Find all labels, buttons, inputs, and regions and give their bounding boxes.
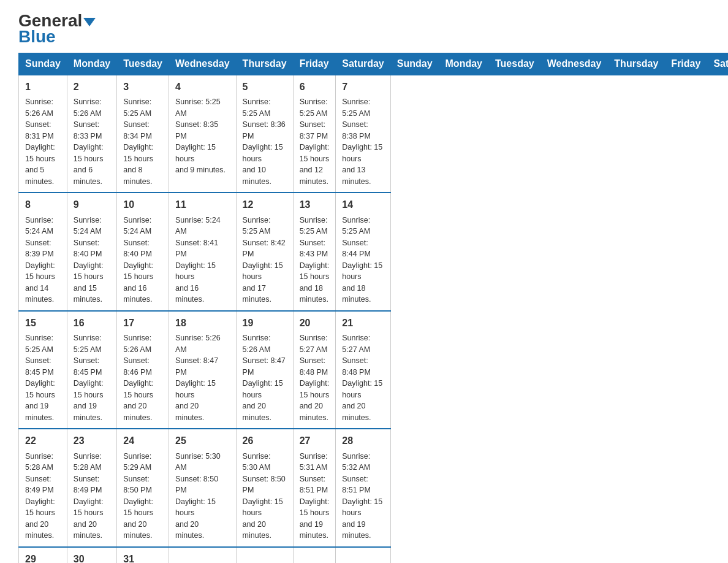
- calendar-cell: 13 Sunrise: 5:25 AMSunset: 8:43 PMDaylig…: [293, 193, 336, 310]
- day-number: 30: [74, 553, 110, 563]
- calendar-cell: 11 Sunrise: 5:24 AMSunset: 8:41 PMDaylig…: [169, 193, 236, 310]
- day-info: Sunrise: 5:25 AMSunset: 8:43 PMDaylight:…: [300, 216, 330, 304]
- day-info: Sunrise: 5:30 AMSunset: 8:50 PMDaylight:…: [243, 452, 286, 540]
- day-info: Sunrise: 5:25 AMSunset: 8:44 PMDaylight:…: [342, 216, 382, 304]
- calendar-cell: 7 Sunrise: 5:25 AMSunset: 8:38 PMDayligh…: [336, 75, 390, 193]
- calendar-cell: 20 Sunrise: 5:27 AMSunset: 8:48 PMDaylig…: [293, 311, 336, 429]
- calendar-header-row: SundayMondayTuesdayWednesdayThursdayFrid…: [19, 53, 729, 75]
- day-info: Sunrise: 5:26 AMSunset: 8:47 PMDaylight:…: [243, 334, 286, 422]
- col-header-monday: Monday: [439, 53, 488, 75]
- calendar-cell: 17 Sunrise: 5:26 AMSunset: 8:46 PMDaylig…: [117, 311, 169, 429]
- day-number: 28: [342, 434, 384, 448]
- calendar-cell: 21 Sunrise: 5:27 AMSunset: 8:48 PMDaylig…: [336, 311, 390, 429]
- day-number: 20: [300, 316, 330, 330]
- calendar-week-4: 22 Sunrise: 5:28 AMSunset: 8:49 PMDaylig…: [19, 429, 729, 546]
- calendar-cell: 1 Sunrise: 5:26 AMSunset: 8:31 PMDayligh…: [19, 75, 67, 193]
- calendar-cell: [169, 547, 236, 563]
- calendar-cell: 24 Sunrise: 5:29 AMSunset: 8:50 PMDaylig…: [117, 429, 169, 546]
- day-number: 18: [175, 316, 230, 330]
- calendar-cell: 14 Sunrise: 5:25 AMSunset: 8:44 PMDaylig…: [336, 193, 390, 310]
- day-info: Sunrise: 5:28 AMSunset: 8:49 PMDaylight:…: [74, 452, 104, 540]
- col-header-wednesday: Wednesday: [169, 53, 236, 75]
- calendar-cell: 31 Sunrise: 5:34 AMSunset: 8:51 PMDaylig…: [117, 547, 169, 563]
- page-header: General Blue: [18, 12, 710, 47]
- day-number: 16: [74, 316, 110, 330]
- col-header-thursday: Thursday: [236, 53, 293, 75]
- day-info: Sunrise: 5:25 AMSunset: 8:45 PMDaylight:…: [74, 334, 104, 422]
- day-number: 27: [300, 434, 330, 448]
- day-number: 21: [342, 316, 384, 330]
- day-number: 29: [25, 553, 61, 563]
- day-info: Sunrise: 5:25 AMSunset: 8:36 PMDaylight:…: [243, 98, 286, 186]
- col-header-saturday: Saturday: [336, 53, 390, 75]
- day-info: Sunrise: 5:25 AMSunset: 8:42 PMDaylight:…: [243, 216, 286, 304]
- day-info: Sunrise: 5:28 AMSunset: 8:49 PMDaylight:…: [25, 452, 55, 540]
- day-info: Sunrise: 5:26 AMSunset: 8:46 PMDaylight:…: [123, 334, 153, 422]
- day-number: 23: [74, 434, 110, 448]
- calendar-cell: 25 Sunrise: 5:30 AMSunset: 8:50 PMDaylig…: [169, 429, 236, 546]
- day-number: 17: [123, 316, 162, 330]
- day-info: Sunrise: 5:24 AMSunset: 8:40 PMDaylight:…: [123, 216, 153, 304]
- day-number: 19: [243, 316, 287, 330]
- col-header-sunday: Sunday: [19, 53, 67, 75]
- calendar-cell: 30 Sunrise: 5:33 AMSunset: 8:51 PMDaylig…: [67, 547, 116, 563]
- day-info: Sunrise: 5:24 AMSunset: 8:39 PMDaylight:…: [25, 216, 55, 304]
- day-info: Sunrise: 5:24 AMSunset: 8:40 PMDaylight:…: [74, 216, 104, 304]
- day-info: Sunrise: 5:26 AMSunset: 8:33 PMDaylight:…: [74, 98, 104, 186]
- day-number: 15: [25, 316, 61, 330]
- calendar-week-5: 29 Sunrise: 5:32 AMSunset: 8:51 PMDaylig…: [19, 547, 729, 563]
- calendar-cell: 26 Sunrise: 5:30 AMSunset: 8:50 PMDaylig…: [236, 429, 293, 546]
- day-number: 7: [342, 80, 384, 94]
- calendar-cell: 15 Sunrise: 5:25 AMSunset: 8:45 PMDaylig…: [19, 311, 67, 429]
- calendar-cell: 18 Sunrise: 5:26 AMSunset: 8:47 PMDaylig…: [169, 311, 236, 429]
- day-number: 10: [123, 198, 162, 212]
- day-number: 12: [243, 198, 287, 212]
- day-number: 24: [123, 434, 162, 448]
- day-number: 11: [175, 198, 230, 212]
- day-number: 1: [25, 80, 61, 94]
- calendar-cell: 4 Sunrise: 5:25 AMSunset: 8:35 PMDayligh…: [169, 75, 236, 193]
- calendar-cell: 9 Sunrise: 5:24 AMSunset: 8:40 PMDayligh…: [67, 193, 116, 310]
- col-header-tuesday: Tuesday: [488, 53, 540, 75]
- calendar-cell: 23 Sunrise: 5:28 AMSunset: 8:49 PMDaylig…: [67, 429, 116, 546]
- day-info: Sunrise: 5:29 AMSunset: 8:50 PMDaylight:…: [123, 452, 153, 540]
- day-info: Sunrise: 5:24 AMSunset: 8:41 PMDaylight:…: [175, 216, 221, 304]
- day-number: 26: [243, 434, 287, 448]
- calendar-cell: 19 Sunrise: 5:26 AMSunset: 8:47 PMDaylig…: [236, 311, 293, 429]
- calendar-cell: 12 Sunrise: 5:25 AMSunset: 8:42 PMDaylig…: [236, 193, 293, 310]
- day-info: Sunrise: 5:27 AMSunset: 8:48 PMDaylight:…: [300, 334, 330, 422]
- calendar-cell: 16 Sunrise: 5:25 AMSunset: 8:45 PMDaylig…: [67, 311, 116, 429]
- day-info: Sunrise: 5:27 AMSunset: 8:48 PMDaylight:…: [342, 334, 382, 422]
- col-header-saturday: Saturday: [707, 53, 728, 75]
- day-number: 4: [175, 80, 230, 94]
- calendar-cell: 10 Sunrise: 5:24 AMSunset: 8:40 PMDaylig…: [117, 193, 169, 310]
- day-info: Sunrise: 5:26 AMSunset: 8:47 PMDaylight:…: [175, 334, 221, 422]
- day-number: 2: [74, 80, 110, 94]
- day-info: Sunrise: 5:25 AMSunset: 8:45 PMDaylight:…: [25, 334, 55, 422]
- col-header-wednesday: Wednesday: [540, 53, 608, 75]
- calendar-cell: 29 Sunrise: 5:32 AMSunset: 8:51 PMDaylig…: [19, 547, 67, 563]
- day-info: Sunrise: 5:31 AMSunset: 8:51 PMDaylight:…: [300, 452, 330, 540]
- calendar-week-1: 1 Sunrise: 5:26 AMSunset: 8:31 PMDayligh…: [19, 75, 729, 193]
- day-info: Sunrise: 5:30 AMSunset: 8:50 PMDaylight:…: [175, 452, 221, 540]
- logo-triangle-icon: [83, 18, 96, 26]
- day-number: 3: [123, 80, 162, 94]
- day-number: 5: [243, 80, 287, 94]
- day-number: 6: [300, 80, 330, 94]
- day-info: Sunrise: 5:25 AMSunset: 8:38 PMDaylight:…: [342, 98, 382, 186]
- day-info: Sunrise: 5:25 AMSunset: 8:37 PMDaylight:…: [300, 98, 330, 186]
- day-info: Sunrise: 5:25 AMSunset: 8:35 PMDaylight:…: [175, 98, 226, 174]
- calendar-cell: [293, 547, 336, 563]
- day-number: 22: [25, 434, 61, 448]
- day-number: 31: [123, 553, 162, 563]
- calendar-week-2: 8 Sunrise: 5:24 AMSunset: 8:39 PMDayligh…: [19, 193, 729, 310]
- col-header-friday: Friday: [665, 53, 707, 75]
- calendar-cell: 3 Sunrise: 5:25 AMSunset: 8:34 PMDayligh…: [117, 75, 169, 193]
- col-header-sunday: Sunday: [390, 53, 439, 75]
- day-number: 9: [74, 198, 110, 212]
- day-info: Sunrise: 5:26 AMSunset: 8:31 PMDaylight:…: [25, 98, 55, 186]
- calendar-cell: [236, 547, 293, 563]
- calendar-week-3: 15 Sunrise: 5:25 AMSunset: 8:45 PMDaylig…: [19, 311, 729, 429]
- day-number: 25: [175, 434, 230, 448]
- day-info: Sunrise: 5:25 AMSunset: 8:34 PMDaylight:…: [123, 98, 153, 186]
